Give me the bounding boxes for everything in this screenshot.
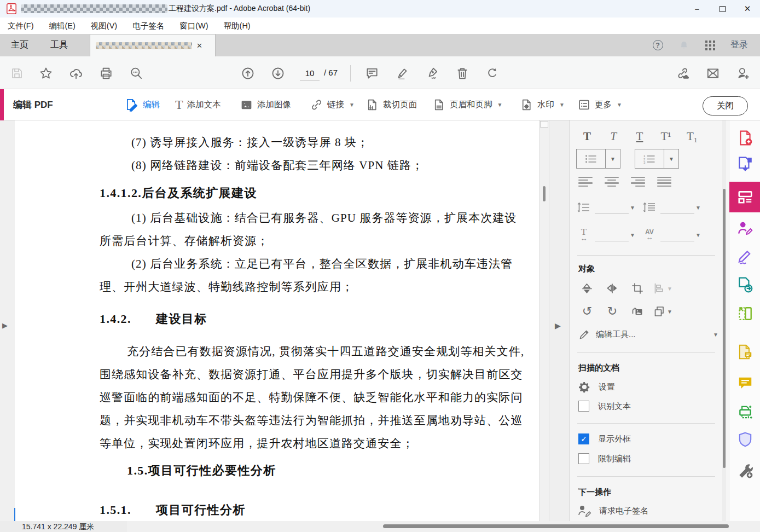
align-right-button[interactable] [631,177,645,187]
menu-edit[interactable]: 编辑(E) [42,21,83,31]
highlight-icon[interactable] [395,66,409,80]
document-line[interactable]: 所需后台计算、存储解析资源； [100,230,527,253]
flip-horizontal-icon[interactable] [602,280,622,297]
crop-pages-button[interactable]: 裁切页面 [366,96,417,113]
rotate-cw-icon[interactable]: ↻ [602,303,622,320]
char-spacing-field[interactable] [660,229,694,241]
align-justify-button[interactable] [657,177,671,187]
recognize-text-checkbox[interactable] [578,401,589,412]
share-link-icon[interactable] [676,66,690,80]
panel-scrollbar[interactable] [722,120,726,521]
rotate-ccw-icon[interactable]: ↺ [577,303,597,320]
bold-button[interactable]: T [576,127,598,146]
edit-pdf-icon[interactable] [729,182,760,212]
add-image-button[interactable]: 添加图像 [240,96,291,113]
save-icon[interactable] [10,66,24,80]
menu-view[interactable]: 视图(V) [83,21,125,31]
tab-tools[interactable]: 工具 [39,34,79,56]
more-button[interactable]: 更多▼ [577,96,622,113]
edit-button[interactable]: 编辑 [125,96,160,113]
minimize-button[interactable]: − [684,0,710,18]
app-grid-icon[interactable] [704,39,716,51]
tab-home[interactable]: 主页 [0,34,39,56]
fill-sign-icon[interactable] [729,216,760,240]
delete-icon[interactable] [455,66,469,80]
horizontal-scrollbar-thumb[interactable] [383,524,729,528]
help-icon[interactable]: ? [652,39,664,51]
document-line[interactable]: 1.4.2.建设目标 [100,308,527,331]
cloud-upload-icon[interactable] [69,66,83,80]
vertical-scrollbar[interactable] [539,120,549,521]
header-footer-button[interactable]: 页眉和页脚▼ [432,96,502,113]
settings-label[interactable]: 设置 [599,382,615,392]
restrict-editing-checkbox[interactable] [578,453,589,464]
watermark-button[interactable]: 水印▼ [520,96,565,113]
tab-document[interactable]: ✕ [90,34,216,56]
document-line[interactable]: 题，并实现非机动车不带头盔等违法行为智能抓拍，并推送至属地劝导站、公巡 [100,409,527,432]
align-objects-icon[interactable]: ▼ [653,280,672,297]
edit-tools-dropdown-icon[interactable]: ▼ [713,332,718,338]
sign-icon[interactable] [729,244,760,268]
menu-esign[interactable]: 电子签名 [125,21,172,31]
link-button[interactable]: 链接▼ [310,96,355,113]
document-line[interactable]: (2) 后台业务系统：立足已有平台，整合全区数据，扩展非机动车违法管 [100,253,527,276]
document-line[interactable]: 理、开州大道绿波、特勤线路控制等系列应用； [100,276,527,299]
sign-pen-icon[interactable] [425,66,439,80]
menu-file[interactable]: 文件(F) [0,21,42,31]
print-icon[interactable] [99,66,113,80]
comment-bubble-icon[interactable] [729,371,760,395]
mail-icon[interactable] [706,66,720,80]
arrange-objects-icon[interactable]: ▼ [653,303,672,320]
line-spacing-dropdown-icon[interactable]: ▼ [630,205,635,211]
more-tools-icon[interactable] [729,459,760,483]
enhance-scans-icon[interactable] [729,400,760,424]
replace-image-icon[interactable] [628,303,647,320]
close-edit-button[interactable]: 关闭 [703,96,748,115]
tab-close-icon[interactable]: ✕ [196,42,202,50]
paragraph-spacing-field[interactable] [660,201,694,213]
document-line[interactable]: 1.5.1.项目可行性分析 [100,499,527,522]
export-pdf-icon[interactable] [729,152,760,176]
document-line[interactable]: 1.5.项目可行性必要性分析 [100,460,527,483]
edit-tools-label[interactable]: 编辑工具... [596,329,636,340]
panel-collapse-icon[interactable]: ▶ [555,321,561,330]
document-line[interactable]: 充分结合已有数据资源情况, 贯彻落实十四五道路交通安全规划等相关文件, [100,340,527,363]
numbered-list-dropdown-icon[interactable]: ▼ [664,149,678,168]
request-comments-icon[interactable] [729,340,760,364]
request-signature-label[interactable]: 请求电子签名 [599,506,648,516]
page-down-icon[interactable] [271,66,285,80]
document-line[interactable]: (1) 后台基础设施：结合已有服务器、GPU 服务器等资源，扩展本次建设 [100,207,527,230]
numbered-list-button[interactable]: 123 ▼ [635,149,679,169]
flip-vertical-icon[interactable] [577,280,597,297]
italic-button[interactable]: T [602,127,624,146]
search-icon[interactable] [129,66,143,80]
subscript-button[interactable]: T₁ [681,127,703,146]
document-line[interactable]: (8) 网络链路建设：前端设备配套三年网络 VPN 链路； [100,154,527,177]
document-line[interactable]: 1.4.1.2.后台及系统扩展建设 [100,181,527,207]
align-center-button[interactable] [605,177,619,187]
add-person-icon[interactable] [736,66,750,80]
bullet-list-button[interactable]: ▼ [576,149,620,169]
close-window-button[interactable]: ✕ [735,0,760,18]
notification-bell-icon[interactable] [678,39,690,51]
maximize-button[interactable] [710,0,735,18]
char-spacing-dropdown-icon[interactable]: ▼ [695,232,701,238]
show-outline-checkbox[interactable]: ✓ [578,433,589,444]
align-left-button[interactable] [578,177,593,187]
scrollbar-top-button[interactable] [540,121,548,128]
superscript-button[interactable]: T¹ [655,127,677,146]
document-line[interactable]: 巡警面临的前端感知面的不足、特勤保障不便、缺乏智能化水平和能力的实际问 [100,386,527,409]
add-text-button[interactable]: T 添加文本 [175,96,221,113]
bullet-list-dropdown-icon[interactable]: ▼ [605,149,620,168]
send-pdf-icon[interactable] [729,273,760,297]
protect-icon[interactable] [729,427,760,452]
underline-button[interactable]: T [629,127,651,146]
create-pdf-icon[interactable] [729,126,760,150]
panel-scrollbar-thumb[interactable] [723,189,726,468]
sign-in-button[interactable]: 登录 [730,39,748,51]
document-line[interactable]: 等单位，实现处置闭环应用，提升农村地区道路交通安全； [100,432,527,455]
menu-help[interactable]: 帮助(H) [216,21,258,31]
left-pane-expand-icon[interactable]: ▶ [2,321,8,329]
horizontal-scale-dropdown-icon[interactable]: ▼ [630,232,635,238]
document-line[interactable]: (7) 诱导屏接入服务：接入一级诱导屏 8 块； [100,131,527,154]
